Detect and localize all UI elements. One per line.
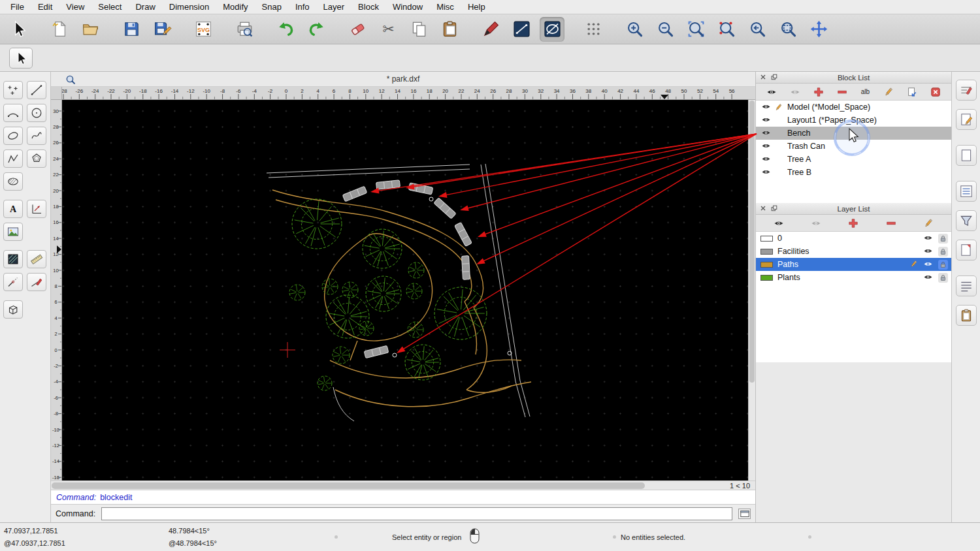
menu-info[interactable]: Info (295, 2, 310, 12)
redline-tool-button[interactable] (27, 273, 46, 291)
minus-icon[interactable] (833, 86, 851, 99)
menu-draw[interactable]: Draw (135, 2, 155, 12)
detach-command-icon[interactable] (738, 509, 751, 519)
delete-icon[interactable] (926, 86, 945, 99)
open-folder-button[interactable] (78, 17, 103, 42)
pen-lines-dock-button[interactable] (956, 80, 977, 101)
drawing-canvas[interactable] (62, 100, 748, 480)
lock-icon[interactable] (938, 247, 948, 257)
measure-tool-button[interactable] (27, 250, 46, 268)
pen-button[interactable] (478, 17, 503, 42)
menu-modify[interactable]: Modify (223, 2, 248, 12)
menu-edit[interactable]: Edit (38, 2, 52, 12)
copy-button[interactable] (406, 17, 431, 42)
pencil-icon[interactable] (919, 217, 938, 230)
menu-file[interactable]: File (10, 2, 24, 12)
float-panel-icon[interactable] (771, 205, 777, 213)
dimension-tool-button[interactable] (27, 200, 46, 218)
box3d-tool-button[interactable] (3, 300, 23, 319)
menu-window[interactable]: Window (393, 2, 423, 12)
eye-icon[interactable] (761, 129, 772, 137)
layer-item-paths[interactable]: Paths (756, 258, 951, 271)
image-tool-button[interactable] (3, 223, 23, 241)
eye-icon[interactable] (761, 142, 772, 150)
eye-icon[interactable] (761, 168, 772, 176)
line-list-dock-button[interactable] (956, 276, 977, 296)
new-file-button[interactable] (47, 17, 72, 42)
divide-tool-button[interactable] (3, 273, 23, 291)
eye-icon[interactable] (923, 274, 934, 281)
print-preview-button[interactable] (232, 17, 257, 42)
hatch-ellipse-tool-button[interactable] (3, 172, 23, 191)
menu-layer[interactable]: Layer (323, 2, 345, 12)
block-list-item-tree-b[interactable]: Tree B (756, 166, 951, 179)
lock-icon[interactable] (938, 273, 948, 283)
eye-icon[interactable] (923, 234, 934, 242)
cut-button[interactable]: ✂ (376, 17, 400, 42)
eye-icon[interactable] (761, 155, 772, 163)
paste-button[interactable] (437, 17, 462, 42)
property-list-dock-button[interactable] (956, 181, 977, 202)
clipboard-dock-button[interactable] (956, 305, 977, 326)
zoom-window-button[interactable] (776, 17, 800, 42)
page-mark-dock-button[interactable] (956, 240, 977, 260)
close-panel-icon[interactable] (760, 205, 766, 213)
block-list-item-layout1-paper-space[interactable]: Layout1 (*Paper_Space) (756, 114, 951, 127)
pencil-icon[interactable] (879, 86, 898, 99)
arc-tool-button[interactable] (3, 104, 23, 122)
menu-help[interactable]: Help (468, 2, 485, 12)
lock-icon[interactable] (938, 234, 948, 244)
close-panel-icon[interactable] (760, 74, 766, 82)
minus-icon[interactable] (882, 217, 900, 230)
menu-block[interactable]: Block (358, 2, 379, 12)
points-tool-button[interactable] (3, 81, 23, 99)
eraser-button[interactable] (345, 17, 370, 42)
polyline-tool-button[interactable] (3, 150, 23, 168)
selection-pointer-button[interactable] (9, 48, 33, 69)
plus-icon[interactable] (844, 217, 862, 230)
redo-button[interactable] (304, 17, 329, 42)
block-list-item-trash-can[interactable]: Trash Can (756, 140, 951, 153)
line-tool-button[interactable] (27, 81, 46, 99)
pan-button[interactable] (806, 17, 831, 42)
eye-icon[interactable] (923, 247, 934, 255)
eye-icon[interactable] (762, 86, 781, 99)
lock-icon[interactable] (938, 260, 948, 270)
block-list-item-tree-a[interactable]: Tree A (756, 153, 951, 166)
plus-icon[interactable] (809, 86, 828, 99)
undo-button[interactable] (273, 17, 298, 42)
zoom-select-button[interactable] (714, 17, 739, 42)
menu-snap[interactable]: Snap (262, 2, 282, 12)
zoom-previous-button[interactable] (745, 17, 770, 42)
eye-icon[interactable] (761, 103, 772, 111)
vertical-scrollbar-thumb[interactable] (749, 101, 755, 383)
block-list-item-bench[interactable]: Bench (756, 127, 951, 140)
hatch-tool-button[interactable] (3, 250, 23, 268)
save-as-button[interactable] (150, 17, 174, 42)
eye-gray-icon[interactable] (786, 86, 804, 99)
float-panel-icon[interactable] (771, 74, 777, 82)
filter-dock-button[interactable] (956, 210, 977, 231)
menu-dimension[interactable]: Dimension (169, 2, 209, 12)
menu-view[interactable]: View (66, 2, 84, 12)
circle-tool-button[interactable] (27, 104, 46, 122)
save-button[interactable] (119, 17, 144, 42)
block-list-item-model-model-space[interactable]: Model (*Model_Space) (756, 101, 951, 114)
polygon-tool-button[interactable] (27, 150, 46, 168)
layer-item-plants[interactable]: Plants (756, 271, 951, 284)
line-attributes-button[interactable] (509, 17, 534, 42)
text-tool-button[interactable]: A (3, 200, 23, 218)
eye-icon[interactable] (761, 116, 772, 124)
grid-button[interactable] (581, 17, 606, 42)
vertical-scrollbar[interactable] (748, 100, 755, 480)
menu-select[interactable]: Select (98, 2, 122, 12)
ellipse-tool-button[interactable] (3, 127, 23, 145)
cursor-button[interactable] (6, 17, 31, 42)
layer-item-facilities[interactable]: Facilities (756, 245, 951, 258)
circle-attributes-button[interactable] (540, 17, 564, 42)
eye-gray-icon[interactable] (807, 217, 825, 230)
spline-tool-button[interactable] (27, 127, 46, 145)
blank-page-dock-button[interactable] (956, 145, 977, 166)
zoom-in-button[interactable] (622, 17, 647, 42)
horizontal-scrollbar[interactable] (51, 482, 717, 490)
